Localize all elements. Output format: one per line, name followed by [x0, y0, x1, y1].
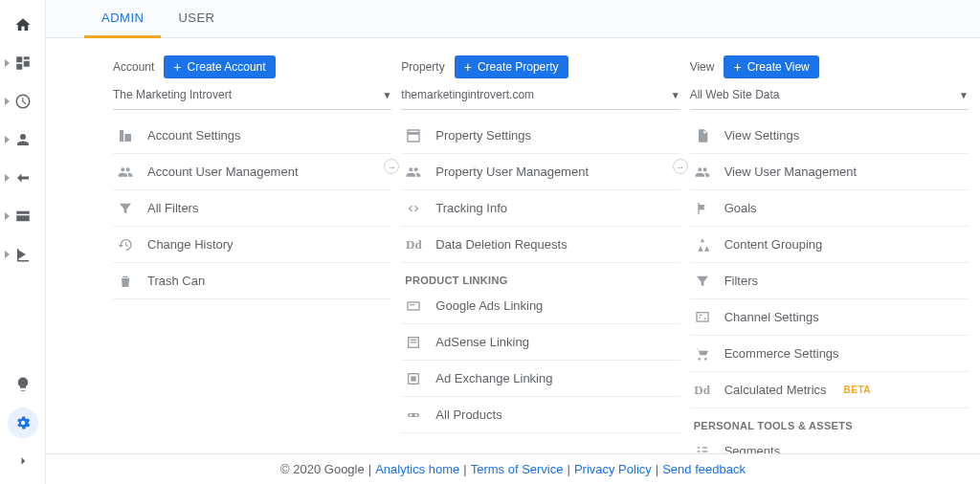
svg-rect-1: [410, 304, 414, 305]
cart-icon: [694, 345, 711, 363]
dd-icon: Dd: [405, 236, 422, 253]
svg-point-9: [415, 413, 418, 416]
account-settings[interactable]: Account Settings: [113, 118, 391, 154]
create-property-button[interactable]: +Create Property: [455, 55, 568, 78]
svg-rect-6: [412, 376, 416, 381]
assign-account-circle[interactable]: →: [384, 159, 399, 174]
audience-icon[interactable]: [8, 124, 38, 155]
realtime-icon[interactable]: [8, 86, 38, 117]
property-selected: themarketingintrovert.com: [401, 88, 534, 101]
main-area: ADMIN USER Account +Create Account The M…: [46, 0, 980, 484]
behavior-icon[interactable]: [8, 201, 38, 231]
dd-icon: Dd: [694, 382, 711, 399]
feedback-link[interactable]: Send feedback: [662, 462, 746, 476]
ecommerce-settings[interactable]: Ecommerce Settings: [690, 336, 969, 372]
calculated-metrics[interactable]: DdCalculated MetricsBETA: [690, 372, 969, 408]
account-column: Account +Create Account The Marketing In…: [113, 55, 391, 453]
content-grouping[interactable]: Content Grouping: [690, 227, 969, 263]
grouping-icon: [694, 236, 711, 253]
trash-icon: [117, 273, 134, 290]
view-label: View: [690, 60, 715, 74]
svg-rect-4: [411, 341, 417, 342]
property-label: Property: [401, 60, 444, 74]
acquisition-icon[interactable]: [8, 163, 38, 193]
chevron-down-icon: ▼: [382, 90, 391, 100]
footer: © 2020 Google | Analytics home | Terms o…: [46, 453, 980, 484]
tab-user[interactable]: USER: [161, 0, 232, 38]
data-deletion[interactable]: DdData Deletion Requests: [401, 227, 679, 263]
change-history[interactable]: Change History: [113, 227, 391, 263]
svg-point-11: [703, 318, 705, 319]
flag-icon: [694, 200, 711, 217]
ad-exchange-linking[interactable]: Ad Exchange Linking: [401, 361, 679, 397]
analytics-home-link[interactable]: Analytics home: [375, 462, 459, 476]
layout-icon: [405, 127, 422, 144]
property-user-management[interactable]: Property User Management: [401, 154, 679, 190]
link-icon: [405, 407, 422, 424]
svg-point-8: [410, 413, 412, 416]
account-selector[interactable]: The Marketing Introvert ▼: [113, 82, 391, 110]
product-linking-header: PRODUCT LINKING: [405, 275, 679, 286]
chevron-down-icon: ▼: [959, 90, 969, 100]
people-icon: [405, 164, 422, 181]
plus-icon: +: [733, 60, 741, 74]
view-filters[interactable]: Filters: [690, 263, 969, 299]
adsense-icon: [405, 334, 422, 351]
view-selector[interactable]: All Web Site Data ▼: [690, 82, 969, 110]
people-icon: [694, 164, 711, 181]
people-icon: [117, 164, 134, 181]
admin-tabs: ADMIN USER: [46, 0, 980, 38]
ads-icon: [405, 297, 422, 315]
create-account-button[interactable]: +Create Account: [164, 55, 275, 78]
view-user-management[interactable]: View User Management: [690, 154, 969, 190]
chevron-down-icon: ▼: [671, 90, 680, 100]
plus-icon: +: [173, 60, 181, 74]
tracking-info[interactable]: Tracking Info: [401, 190, 679, 227]
privacy-link[interactable]: Privacy Policy: [574, 462, 652, 476]
settings-icon: [117, 127, 134, 144]
filter-icon: [694, 273, 711, 290]
svg-rect-10: [697, 312, 708, 320]
view-column: View +Create View All Web Site Data ▼ Vi…: [690, 55, 969, 453]
page-icon: [694, 127, 711, 144]
segments-icon: [694, 443, 711, 454]
property-settings[interactable]: Property Settings: [401, 118, 679, 154]
svg-rect-3: [411, 339, 417, 340]
all-filters[interactable]: All Filters: [113, 190, 391, 227]
view-settings[interactable]: View Settings: [690, 118, 969, 154]
assign-property-circle[interactable]: →: [673, 159, 688, 174]
account-selected: The Marketing Introvert: [113, 88, 232, 101]
all-products[interactable]: All Products: [401, 397, 679, 433]
property-column: Property +Create Property themarketingin…: [401, 55, 679, 453]
beta-badge: BETA: [844, 385, 871, 395]
property-selector[interactable]: themarketingintrovert.com ▼: [401, 82, 679, 110]
create-view-button[interactable]: +Create View: [724, 55, 818, 78]
admin-gear-icon[interactable]: [8, 407, 38, 438]
home-icon[interactable]: [8, 10, 38, 40]
segments[interactable]: Segments: [690, 433, 969, 453]
trash-can[interactable]: Trash Can: [113, 263, 391, 299]
personal-tools-header: PERSONAL TOOLS & ASSETS: [694, 420, 969, 431]
exchange-icon: [405, 370, 422, 387]
history-icon: [117, 236, 134, 253]
goals[interactable]: Goals: [690, 190, 969, 227]
terms-link[interactable]: Terms of Service: [471, 462, 564, 476]
customization-icon[interactable]: [8, 48, 38, 78]
svg-rect-7: [408, 413, 419, 417]
google-ads-linking[interactable]: Google Ads Linking: [401, 288, 679, 324]
channel-icon: [694, 309, 711, 326]
channel-settings[interactable]: Channel Settings: [690, 299, 969, 336]
tab-admin[interactable]: ADMIN: [84, 0, 161, 38]
svg-rect-0: [408, 302, 419, 310]
view-selected: All Web Site Data: [690, 88, 780, 101]
left-sidebar: [0, 0, 46, 484]
plus-icon: +: [464, 60, 472, 74]
filter-icon: [117, 200, 134, 217]
account-user-management[interactable]: Account User Management: [113, 154, 391, 190]
discover-icon[interactable]: [8, 369, 38, 400]
code-icon: [405, 200, 422, 217]
collapse-icon[interactable]: [8, 446, 38, 476]
copyright: © 2020 Google: [280, 462, 365, 476]
adsense-linking[interactable]: AdSense Linking: [401, 324, 679, 361]
conversions-icon[interactable]: [8, 239, 38, 270]
